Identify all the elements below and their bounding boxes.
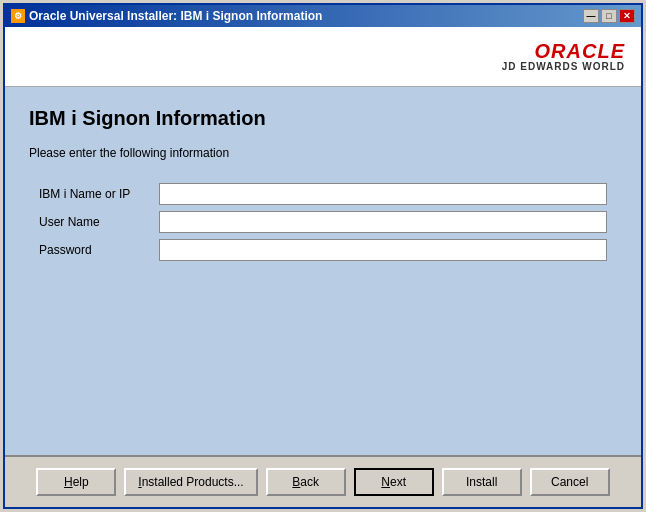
password-field-cell [159,236,617,264]
titlebar-left: ⚙ Oracle Universal Installer: IBM i Sign… [11,9,322,23]
titlebar-controls: — □ ✕ [583,9,635,23]
ibm-name-label: IBM i Name or IP [29,180,159,208]
cancel-label: Cancel [551,475,588,489]
main-window: ⚙ Oracle Universal Installer: IBM i Sign… [3,3,643,509]
back-button[interactable]: Back [266,468,346,496]
form-table: IBM i Name or IP User Name Password [29,180,617,264]
header-bar: ORACLE JD EDWARDS WORLD [5,27,641,87]
password-input[interactable] [159,239,607,261]
cancel-button[interactable]: Cancel [530,468,610,496]
oracle-logo: ORACLE JD EDWARDS WORLD [502,41,625,72]
minimize-button[interactable]: — [583,9,599,23]
form-row-username: User Name [29,208,617,236]
instructions-text: Please enter the following information [29,146,617,160]
app-icon: ⚙ [11,9,25,23]
username-field-cell [159,208,617,236]
close-button[interactable]: ✕ [619,9,635,23]
ibm-name-input[interactable] [159,183,607,205]
window-title: Oracle Universal Installer: IBM i Signon… [29,9,322,23]
content-area: ORACLE JD EDWARDS WORLD IBM i Signon Inf… [5,27,641,455]
footer: Help Installed Products... Back Next Ins… [5,455,641,507]
installed-products-button[interactable]: Installed Products... [124,468,257,496]
titlebar: ⚙ Oracle Universal Installer: IBM i Sign… [5,5,641,27]
page-title: IBM i Signon Information [29,107,617,130]
password-label: Password [29,236,159,264]
form-row-password: Password [29,236,617,264]
form-row-ibm-name: IBM i Name or IP [29,180,617,208]
username-input[interactable] [159,211,607,233]
maximize-button[interactable]: □ [601,9,617,23]
installed-products-label: Installed Products... [138,475,243,489]
install-button[interactable]: Install [442,468,522,496]
next-button[interactable]: Next [354,468,434,496]
help-button[interactable]: Help [36,468,116,496]
help-label: Help [64,475,89,489]
oracle-sub-text: JD EDWARDS WORLD [502,61,625,72]
next-label: Next [381,475,406,489]
username-label: User Name [29,208,159,236]
install-label: Install [466,475,497,489]
oracle-brand-text: ORACLE [535,41,625,61]
ibm-name-field-cell [159,180,617,208]
main-content: IBM i Signon Information Please enter th… [5,87,641,455]
back-label: Back [292,475,319,489]
